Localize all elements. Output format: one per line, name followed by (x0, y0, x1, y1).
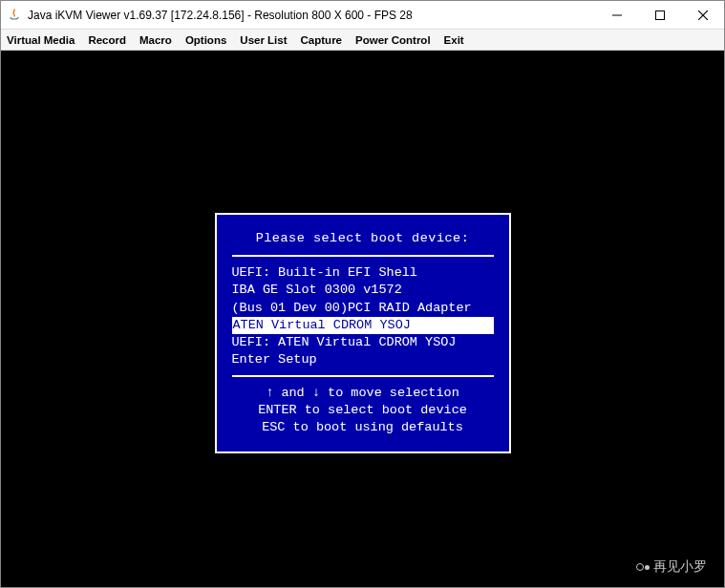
watermark: 再见小罗 (636, 558, 707, 576)
boot-option[interactable]: Enter Setup (232, 351, 494, 368)
bios-boot-options: UEFI: Built-in EFI Shell IBA GE Slot 030… (232, 264, 494, 368)
help-line: ESC to boot using defaults (232, 419, 494, 436)
boot-option[interactable]: (Bus 01 Dev 00)PCI RAID Adapter (232, 300, 494, 317)
boot-option[interactable]: UEFI: ATEN Virtual CDROM YSOJ (232, 334, 494, 351)
menu-macro[interactable]: Macro (139, 34, 172, 46)
titlebar: Java iKVM Viewer v1.69.37 [172.24.8.156]… (1, 1, 724, 30)
watermark-text: 再见小罗 (653, 558, 707, 576)
menu-options[interactable]: Options (185, 34, 226, 46)
wechat-icon (636, 563, 650, 571)
maximize-button[interactable] (638, 1, 681, 30)
menubar: Virtual Media Record Macro Options User … (1, 30, 724, 51)
menu-user-list[interactable]: User List (240, 34, 287, 46)
minimize-button[interactable] (595, 1, 638, 30)
menu-exit[interactable]: Exit (444, 34, 464, 46)
boot-option-selected[interactable]: ATEN Virtual CDROM YSOJ (232, 317, 494, 334)
remote-console[interactable]: Please select boot device: UEFI: Built-i… (1, 51, 724, 587)
bios-boot-dialog: Please select boot device: UEFI: Built-i… (215, 213, 511, 453)
window-title: Java iKVM Viewer v1.69.37 [172.24.8.156]… (28, 9, 595, 22)
window-controls (595, 1, 724, 29)
boot-option[interactable]: IBA GE Slot 0300 v1572 (232, 282, 494, 299)
help-line: ↑ and ↓ to move selection (232, 385, 494, 402)
separator (232, 255, 494, 257)
menu-capture[interactable]: Capture (301, 34, 342, 46)
help-line: ENTER to select boot device (232, 402, 494, 419)
close-button[interactable] (681, 1, 724, 30)
bios-dialog-title: Please select boot device: (232, 230, 494, 247)
menu-power-control[interactable]: Power Control (355, 34, 431, 46)
separator (232, 375, 494, 377)
menu-virtual-media[interactable]: Virtual Media (7, 34, 75, 46)
boot-option[interactable]: UEFI: Built-in EFI Shell (232, 264, 494, 282)
app-window: Java iKVM Viewer v1.69.37 [172.24.8.156]… (0, 0, 725, 588)
bios-help-text: ↑ and ↓ to move selection ENTER to selec… (232, 385, 494, 437)
java-icon (7, 8, 22, 23)
menu-record[interactable]: Record (88, 34, 126, 46)
svg-rect-1 (655, 11, 664, 20)
